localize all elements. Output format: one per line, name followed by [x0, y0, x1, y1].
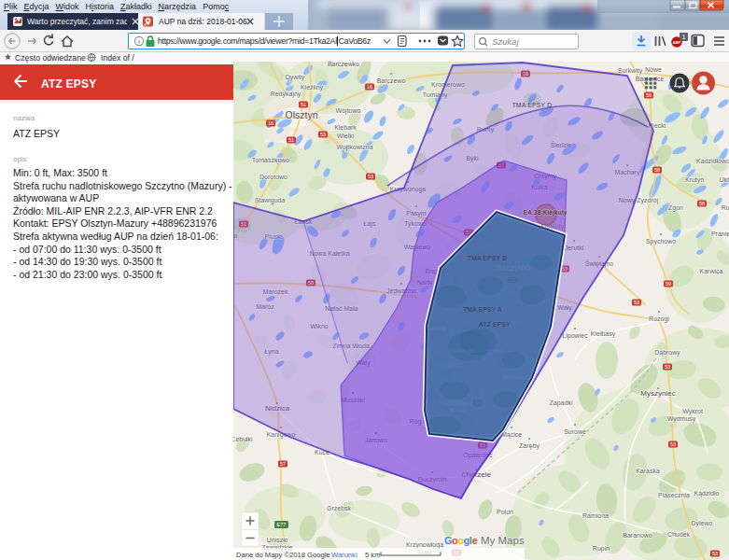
- svg-text:Stawiguda: Stawiguda: [255, 197, 286, 204]
- svg-text:Sawica: Sawica: [427, 325, 446, 331]
- svg-text:Karaska: Karaska: [636, 468, 660, 474]
- svg-text:E77: E77: [277, 522, 287, 527]
- svg-text:Sorkwity: Sorkwity: [618, 67, 643, 75]
- svg-text:Dąbrowy: Dąbrowy: [654, 349, 680, 357]
- svg-text:16: 16: [268, 120, 273, 126]
- svg-text:Lipowiec: Lipowiec: [562, 332, 588, 340]
- svg-text:59: 59: [666, 281, 671, 287]
- svg-text:Dorotowo: Dorotowo: [259, 174, 287, 180]
- svg-text:53: 53: [368, 174, 373, 179]
- svg-text:Karwica: Karwica: [700, 268, 723, 274]
- svg-text:Dywity: Dywity: [286, 74, 305, 81]
- svg-text:53: 53: [320, 132, 326, 137]
- svg-text:TMA EPSY D: TMA EPSY D: [512, 102, 552, 108]
- svg-text:Szczytno: Szczytno: [497, 263, 531, 273]
- svg-text:Warunki: Warunki: [331, 551, 357, 559]
- svg-text:Piasecznia: Piasecznia: [658, 492, 690, 498]
- svg-text:51: 51: [288, 137, 294, 143]
- svg-text:Grzebsk: Grzebsk: [327, 505, 352, 511]
- svg-text:Redykajny: Redykajny: [271, 91, 301, 98]
- svg-text:TMA EPSY B: TMA EPSY B: [468, 255, 507, 261]
- svg-text:59: 59: [646, 92, 652, 98]
- svg-text:53: 53: [670, 441, 676, 447]
- svg-text:51: 51: [301, 102, 306, 107]
- svg-text:Wojtkowizna: Wojtkowizna: [336, 144, 372, 151]
- svg-text:Zapadki: Zapadki: [550, 399, 573, 407]
- svg-text:Tomaszkowo: Tomaszkowo: [252, 157, 290, 163]
- svg-text:Surowe: Surowe: [564, 428, 586, 435]
- svg-text:53: 53: [665, 364, 670, 370]
- svg-text:Gisiel: Gisiel: [445, 361, 461, 368]
- svg-text:My Maps: My Maps: [481, 535, 525, 546]
- svg-text:ABP: ABP: [673, 40, 681, 45]
- svg-text:Cebulki: Cebulki: [233, 436, 253, 442]
- svg-text:Przeździęk: Przeździęk: [440, 399, 470, 407]
- svg-text:TMA EPSY A: TMA EPSY A: [463, 306, 502, 313]
- svg-text:Ramiona: Ramiona: [582, 512, 609, 519]
- svg-text:Kądzidło: Kądzidło: [694, 490, 720, 497]
- svg-text:Nowe: Nowe: [645, 66, 662, 73]
- svg-text:Dylewo: Dylewo: [692, 520, 713, 527]
- svg-text:Ruc: Ruc: [722, 204, 729, 211]
- svg-text:5 km: 5 km: [365, 551, 380, 559]
- svg-text:Barczewo: Barczewo: [377, 77, 406, 84]
- svg-text:57: 57: [280, 461, 286, 467]
- svg-text:Uniszki: Uniszki: [267, 537, 288, 543]
- svg-text:Kadzidłowo: Kadzidłowo: [696, 158, 729, 164]
- svg-text:Wielbark: Wielbark: [503, 374, 527, 381]
- svg-text:53: 53: [634, 300, 639, 305]
- svg-text:Małdaniec: Małdaniec: [449, 347, 477, 354]
- svg-text:Kiejkuty: Kiejkuty: [540, 223, 565, 231]
- svg-text:Klebark: Klebark: [334, 124, 357, 131]
- svg-text:Zaręby: Zaręby: [519, 442, 540, 450]
- svg-text:Spychowo: Spychowo: [646, 238, 676, 245]
- svg-text:58: 58: [699, 201, 705, 206]
- svg-text:Pranie: Pranie: [711, 231, 729, 237]
- svg-text:Wielki: Wielki: [449, 407, 465, 413]
- svg-text:Mokre: Mokre: [486, 348, 503, 355]
- svg-text:Chudek: Chudek: [667, 531, 691, 538]
- svg-text:Wójtowo: Wójtowo: [336, 107, 361, 115]
- svg-text:Rupin: Rupin: [593, 545, 610, 553]
- svg-text:Baranowo: Baranowo: [623, 532, 652, 539]
- svg-text:Kieźliny: Kieźliny: [301, 84, 324, 91]
- svg-text:Wykrot: Wykrot: [682, 408, 703, 415]
- svg-text:e: e: [472, 535, 478, 546]
- svg-text:Zgon: Zgon: [668, 204, 683, 212]
- svg-text:EA 38 Kiejkuty: EA 38 Kiejkuty: [524, 209, 568, 217]
- svg-text:Krzynowłoga: Krzynowłoga: [406, 541, 443, 549]
- svg-text:Dane do Mapy ©2018 Google: Dane do Mapy ©2018 Google: [236, 551, 330, 559]
- svg-text:Ukta: Ukta: [720, 176, 729, 183]
- svg-text:ATZ EPSY: ATZ EPSY: [479, 321, 511, 328]
- svg-text:Rozogi: Rozogi: [649, 315, 669, 323]
- svg-text:16: 16: [367, 84, 372, 90]
- svg-text:Krutyń: Krutyń: [685, 176, 704, 184]
- svg-text:1: 1: [681, 33, 685, 41]
- svg-text:Barczewko: Barczewko: [328, 62, 359, 67]
- svg-text:58: 58: [654, 167, 660, 173]
- svg-text:Wielki: Wielki: [337, 133, 355, 139]
- svg-text:Kiełbasy: Kiełbasy: [591, 330, 616, 338]
- svg-text:53: 53: [712, 551, 718, 556]
- svg-text:Poloń: Poloń: [497, 509, 513, 515]
- svg-text:Wydmusy: Wydmusy: [667, 415, 696, 423]
- svg-text:Myszyniec: Myszyniec: [640, 389, 675, 398]
- svg-text:Olsztyn: Olsztyn: [285, 109, 317, 120]
